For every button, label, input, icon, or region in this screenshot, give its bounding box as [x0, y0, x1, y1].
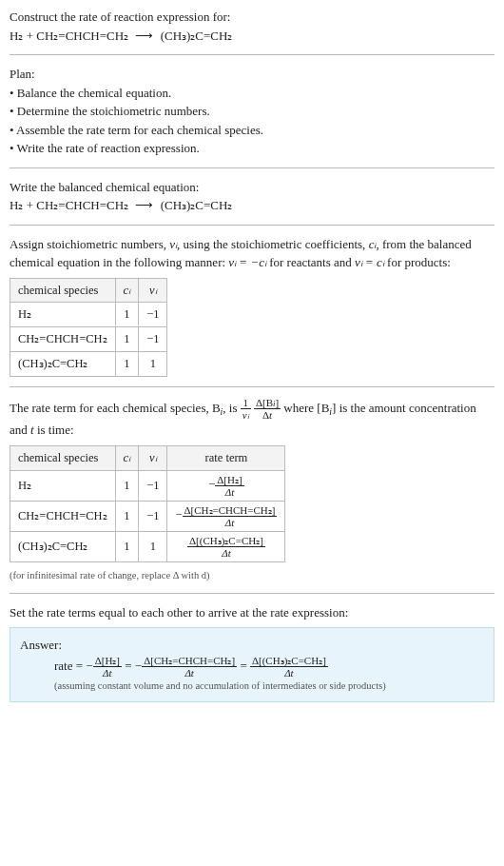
balanced-title: Write the balanced chemical equation: — [10, 178, 494, 197]
infinitesimal-note: (for infinitesimal rate of change, repla… — [10, 568, 494, 583]
col-ci: cᵢ — [115, 445, 139, 470]
num: Δ[CH₂=CHCH=CH₂] — [183, 504, 278, 517]
num: Δ[H₂] — [93, 655, 122, 667]
arrow-icon: ⟶ — [131, 196, 157, 215]
dbi-dt: Δ[Bi]Δt — [254, 397, 281, 422]
plan-item: • Write the rate of reaction expression. — [10, 139, 494, 158]
table-row: H₂ 1 −1 −Δ[H₂]Δt — [10, 470, 285, 501]
num: Δ[CH₂=CHCH=CH₂] — [142, 655, 237, 667]
text: where [B — [283, 400, 329, 414]
plan-title: Plan: — [10, 65, 494, 84]
divider — [10, 593, 494, 594]
one-over-nu: 1νᵢ — [241, 397, 251, 421]
prompt-line: Construct the rate of reaction expressio… — [10, 8, 494, 27]
neg-sign: − — [208, 478, 215, 491]
rate-frac: Δ[CH₂=CHCH=CH₂]Δt — [142, 655, 237, 679]
cell-species: CH₂=CHCH=CH₂ — [10, 501, 116, 531]
col-species: chemical species — [10, 278, 116, 303]
divider — [10, 386, 494, 387]
cell-nu: −1 — [139, 327, 167, 352]
den: Δt — [187, 547, 265, 559]
product-1: (CH₃)₂C=CH₂ — [161, 198, 233, 212]
cell-ci: 1 — [115, 531, 139, 561]
stoich-intro: Assign stoichiometric numbers, νᵢ, using… — [10, 235, 494, 272]
den: Δt — [93, 667, 122, 679]
nu-symbol: νᵢ — [169, 237, 177, 251]
text: The rate term for each chemical species,… — [10, 400, 221, 414]
rateterm-table: chemical species cᵢ νᵢ rate term H₂ 1 −1… — [10, 445, 285, 562]
rate-frac: Δ[(CH₃)₂C=CH₂]Δt — [250, 655, 328, 679]
neg-sign: − — [86, 658, 92, 672]
equals: = — [240, 658, 250, 672]
rateterm-intro: The rate term for each chemical species,… — [10, 397, 494, 440]
cell-ci: 1 — [115, 470, 139, 501]
divider — [10, 167, 494, 168]
cell-ci: 1 — [115, 327, 139, 352]
cell-ci: 1 — [115, 501, 139, 531]
table-row: (CH₃)₂C=CH₂ 1 1 — [10, 351, 167, 376]
num: Δ[(CH₃)₂C=CH₂] — [187, 535, 265, 547]
neg-sign: − — [175, 508, 182, 522]
cell-species: CH₂=CHCH=CH₂ — [10, 327, 116, 352]
num: Δ[H₂] — [215, 474, 243, 486]
text: , using the stoichiometric coefficients, — [177, 237, 369, 251]
rate-label: rate = — [54, 658, 86, 672]
table-header-row: chemical species cᵢ νᵢ — [10, 278, 167, 303]
col-nu: νᵢ — [139, 278, 167, 303]
table-row: CH₂=CHCH=CH₂ 1 −1 −Δ[CH₂=CHCH=CH₂]Δt — [10, 501, 285, 531]
divider — [10, 225, 494, 226]
num: Δ[(CH₃)₂C=CH₂] — [250, 655, 328, 667]
reactant-2: CH₂=CHCH=CH₂ — [36, 29, 128, 43]
answer-label: Answer: — [20, 636, 484, 655]
plan-item: • Assemble the rate term for each chemic… — [10, 121, 494, 140]
rate-frac: Δ[H₂]Δt — [215, 474, 243, 498]
table-row: CH₂=CHCH=CH₂ 1 −1 — [10, 327, 167, 352]
cell-species: (CH₃)₂C=CH₂ — [10, 531, 116, 561]
final-intro: Set the rate terms equal to each other t… — [10, 603, 494, 622]
unbalanced-equation: H₂ + CH₂=CHCH=CH₂ ⟶ (CH₃)₂C=CH₂ — [10, 27, 494, 46]
cell-nu: 1 — [139, 531, 167, 561]
cell-species: H₂ — [10, 470, 116, 501]
balanced-equation: H₂ + CH₂=CHCH=CH₂ ⟶ (CH₃)₂C=CH₂ — [10, 196, 494, 215]
table-header-row: chemical species cᵢ νᵢ rate term — [10, 445, 285, 470]
reactant-2: CH₂=CHCH=CH₂ — [36, 198, 128, 212]
cell-nu: −1 — [139, 501, 167, 531]
equals: = — [125, 658, 135, 672]
plan-item: • Balance the chemical equation. — [10, 84, 494, 103]
text: , is — [223, 400, 240, 414]
den: Δt — [215, 486, 243, 498]
relation-product: νᵢ = cᵢ — [355, 255, 384, 269]
col-nu: νᵢ — [139, 445, 167, 470]
answer-box: Answer: rate = −Δ[H₂]Δt = −Δ[CH₂=CHCH=CH… — [10, 627, 494, 701]
arrow-icon: ⟶ — [131, 27, 157, 46]
cell-rate: −Δ[H₂]Δt — [167, 470, 285, 501]
rate-expression: rate = −Δ[H₂]Δt = −Δ[CH₂=CHCH=CH₂]Δt = Δ… — [54, 655, 484, 679]
reactant-1: H₂ — [10, 29, 23, 43]
product-1: (CH₃)₂C=CH₂ — [161, 29, 233, 43]
cell-nu: 1 — [139, 351, 167, 376]
cell-nu: −1 — [139, 303, 167, 327]
cell-species: (CH₃)₂C=CH₂ — [10, 351, 116, 376]
col-rate: rate term — [167, 445, 285, 470]
text: Assign stoichiometric numbers, — [10, 237, 169, 251]
den: Δt — [142, 667, 237, 679]
relation-reactant: νᵢ = −cᵢ — [228, 255, 266, 269]
cell-rate: Δ[(CH₃)₂C=CH₂]Δt — [167, 531, 285, 561]
table-row: (CH₃)₂C=CH₂ 1 1 Δ[(CH₃)₂C=CH₂]Δt — [10, 531, 285, 561]
den: Δt — [250, 667, 328, 679]
cell-rate: −Δ[CH₂=CHCH=CH₂]Δt — [167, 501, 285, 531]
text: is time: — [34, 423, 74, 437]
col-ci: cᵢ — [115, 278, 139, 303]
prompt-text: Construct the rate of reaction expressio… — [10, 10, 230, 24]
cell-nu: −1 — [139, 470, 167, 501]
rate-frac: Δ[CH₂=CHCH=CH₂]Δt — [183, 504, 278, 528]
plan-item: • Determine the stoichiometric numbers. — [10, 102, 494, 121]
cell-species: H₂ — [10, 303, 116, 327]
den: Δt — [183, 517, 278, 528]
text: for products: — [384, 255, 451, 269]
cell-ci: 1 — [115, 303, 139, 327]
col-species: chemical species — [10, 445, 116, 470]
table-row: H₂ 1 −1 — [10, 303, 167, 327]
text: for reactants and — [266, 255, 355, 269]
cell-ci: 1 — [115, 351, 139, 376]
